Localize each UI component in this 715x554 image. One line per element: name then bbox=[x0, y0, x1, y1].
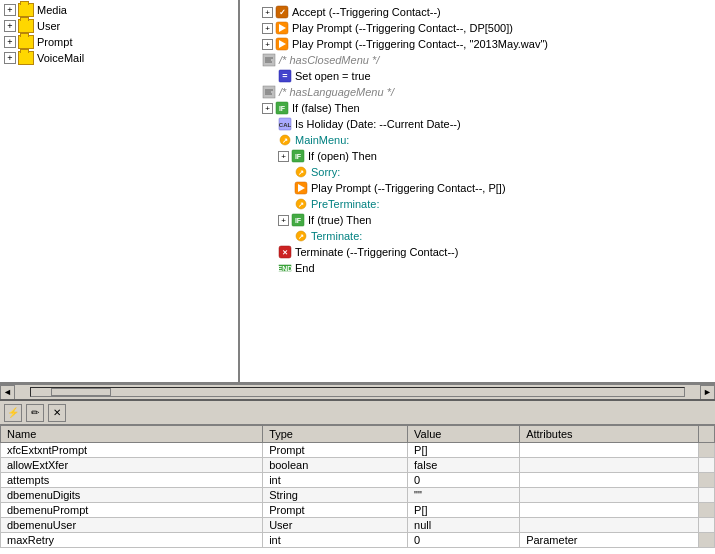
sidebar-item-user[interactable]: + User bbox=[2, 18, 236, 34]
table-row[interactable]: attemptsint0 bbox=[1, 473, 715, 488]
code-panel: + ✓ Accept (--Triggering Contact--) + Pl… bbox=[240, 0, 715, 382]
set-icon: = bbox=[278, 69, 292, 83]
cell-value: P[] bbox=[408, 503, 520, 518]
sidebar-item-prompt[interactable]: + Prompt bbox=[2, 34, 236, 50]
code-text: Play Prompt (--Triggering Contact--, P[]… bbox=[311, 182, 506, 194]
code-text: MainMenu: bbox=[295, 134, 349, 146]
expand-btn[interactable]: + bbox=[262, 39, 273, 50]
svg-text:IF: IF bbox=[295, 153, 302, 160]
scroll-left-btn[interactable]: ◄ bbox=[0, 385, 15, 400]
code-line-mainmenu[interactable]: ↗ MainMenu: bbox=[244, 132, 711, 148]
code-text: If (false) Then bbox=[292, 102, 360, 114]
if-icon: IF bbox=[275, 101, 289, 115]
code-text: Terminate (--Triggering Contact--) bbox=[295, 246, 458, 258]
comment-icon-2 bbox=[262, 85, 276, 99]
horizontal-scrollbar[interactable]: ◄ ► bbox=[0, 384, 715, 399]
sidebar-label-voicemail: VoiceMail bbox=[37, 52, 84, 64]
expand-btn[interactable]: + bbox=[262, 23, 273, 34]
cell-attributes bbox=[520, 503, 699, 518]
cell-type: int bbox=[263, 473, 408, 488]
cell-attributes bbox=[520, 518, 699, 533]
expand-btn-if3[interactable]: + bbox=[278, 215, 289, 226]
cell-value: 0 bbox=[408, 473, 520, 488]
cell-attributes bbox=[520, 458, 699, 473]
code-line-holiday[interactable]: CAL Is Holiday (Date: --Current Date--) bbox=[244, 116, 711, 132]
toolbar-bolt-button[interactable]: ⚡ bbox=[4, 404, 22, 422]
link-icon-terminate: ↗ bbox=[294, 229, 308, 243]
code-line-sorry[interactable]: ↗ Sorry: bbox=[244, 164, 711, 180]
code-line-play2[interactable]: + Play Prompt (--Triggering Contact--, "… bbox=[244, 36, 711, 52]
toolbar-edit-button[interactable]: ✏ bbox=[26, 404, 44, 422]
code-line-if1[interactable]: + IF If (false) Then bbox=[244, 100, 711, 116]
table-row[interactable]: maxRetryint0Parameter bbox=[1, 533, 715, 548]
expand-btn[interactable]: + bbox=[262, 7, 273, 18]
link-icon-mainmenu: ↗ bbox=[278, 133, 292, 147]
code-line-comment2[interactable]: /* hasLanguageMenu */ bbox=[244, 84, 711, 100]
svg-text:END: END bbox=[278, 265, 292, 272]
expand-voicemail[interactable]: + bbox=[4, 52, 16, 64]
cell-type: int bbox=[263, 533, 408, 548]
svg-text:↗: ↗ bbox=[282, 137, 288, 144]
expand-btn-if1[interactable]: + bbox=[262, 103, 273, 114]
table-row[interactable]: dbemenuDigitsString"" bbox=[1, 488, 715, 503]
table-container: Name Type Value Attributes xfcExtxntProm… bbox=[0, 425, 715, 554]
scrollbar-cell bbox=[699, 443, 715, 458]
cell-name: allowExtXfer bbox=[1, 458, 263, 473]
expand-btn-if2[interactable]: + bbox=[278, 151, 289, 162]
cell-value: "" bbox=[408, 488, 520, 503]
svg-text:✓: ✓ bbox=[279, 8, 286, 17]
svg-text:CAL: CAL bbox=[279, 122, 292, 128]
sidebar-item-voicemail[interactable]: + VoiceMail bbox=[2, 50, 236, 66]
scrollbar-header bbox=[699, 426, 715, 443]
play-icon-1 bbox=[275, 21, 289, 35]
svg-text:✕: ✕ bbox=[282, 249, 288, 256]
table-row[interactable]: xfcExtxntPromptPromptP[] bbox=[1, 443, 715, 458]
code-line-terminate-label[interactable]: ↗ Terminate: bbox=[244, 228, 711, 244]
folder-icon-media bbox=[18, 3, 34, 17]
col-attributes: Attributes bbox=[520, 426, 699, 443]
folder-icon-voicemail bbox=[18, 51, 34, 65]
top-area: + Media + User + Prompt + VoiceMail bbox=[0, 0, 715, 384]
svg-text:↗: ↗ bbox=[298, 169, 304, 176]
sidebar-item-media[interactable]: + Media bbox=[2, 2, 236, 18]
code-line-end[interactable]: END End bbox=[244, 260, 711, 276]
code-line-play1[interactable]: + Play Prompt (--Triggering Contact--, D… bbox=[244, 20, 711, 36]
code-text: PreTerminate: bbox=[311, 198, 379, 210]
table-row[interactable]: dbemenuUserUsernull bbox=[1, 518, 715, 533]
code-text: End bbox=[295, 262, 315, 274]
code-text: Accept (--Triggering Contact--) bbox=[292, 6, 441, 18]
cell-attributes: Parameter bbox=[520, 533, 699, 548]
terminate-icon: ✕ bbox=[278, 245, 292, 259]
expand-prompt[interactable]: + bbox=[4, 36, 16, 48]
cell-attributes bbox=[520, 488, 699, 503]
code-text: /* hasLanguageMenu */ bbox=[279, 86, 394, 98]
code-line-set[interactable]: = Set open = true bbox=[244, 68, 711, 84]
table-row[interactable]: dbemenuPromptPromptP[] bbox=[1, 503, 715, 518]
code-line-terminate-call[interactable]: ✕ Terminate (--Triggering Contact--) bbox=[244, 244, 711, 260]
cell-name: dbemenuUser bbox=[1, 518, 263, 533]
code-line-preterminate[interactable]: ↗ PreTerminate: bbox=[244, 196, 711, 212]
accept-icon: ✓ bbox=[275, 5, 289, 19]
scroll-track[interactable] bbox=[30, 387, 685, 397]
code-line-play3[interactable]: Play Prompt (--Triggering Contact--, P[]… bbox=[244, 180, 711, 196]
scroll-right-btn[interactable]: ► bbox=[700, 385, 715, 400]
table-row[interactable]: allowExtXferbooleanfalse bbox=[1, 458, 715, 473]
col-type: Type bbox=[263, 426, 408, 443]
sidebar-label-media: Media bbox=[37, 4, 67, 16]
svg-text:IF: IF bbox=[279, 105, 286, 112]
link-icon-sorry: ↗ bbox=[294, 165, 308, 179]
code-line-accept[interactable]: + ✓ Accept (--Triggering Contact--) bbox=[244, 4, 711, 20]
toolbar-close-button[interactable]: ✕ bbox=[48, 404, 66, 422]
cell-type: User bbox=[263, 518, 408, 533]
cell-type: Prompt bbox=[263, 443, 408, 458]
scroll-thumb[interactable] bbox=[51, 388, 111, 396]
code-line-if3[interactable]: + IF If (true) Then bbox=[244, 212, 711, 228]
expand-media[interactable]: + bbox=[4, 4, 16, 16]
folder-icon-user bbox=[18, 19, 34, 33]
code-line-if2[interactable]: + IF If (open) Then bbox=[244, 148, 711, 164]
expand-user[interactable]: + bbox=[4, 20, 16, 32]
code-line-comment1[interactable]: /* hasClosedMenu */ bbox=[244, 52, 711, 68]
code-text: Sorry: bbox=[311, 166, 340, 178]
scrollbar-cell bbox=[699, 488, 715, 503]
scrollbar-cell bbox=[699, 503, 715, 518]
